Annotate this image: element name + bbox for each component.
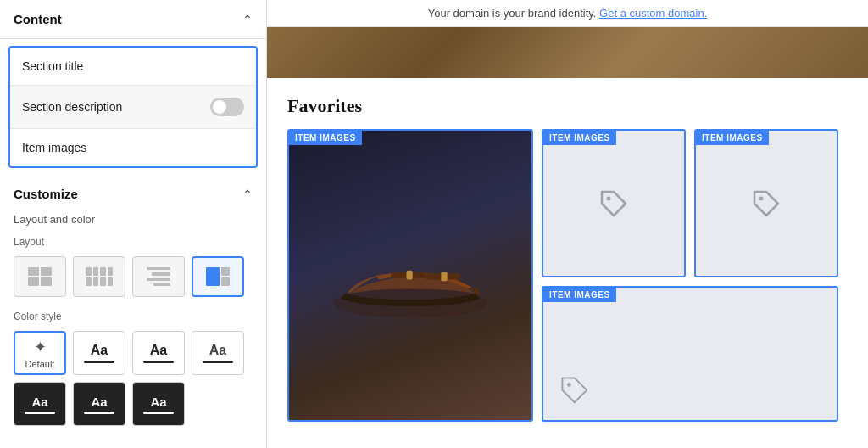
layout-sub-label: Layout — [0, 229, 266, 253]
section-description-item[interactable]: Section description — [10, 86, 256, 129]
layout-color-label: Layout and color — [0, 208, 266, 229]
color-default-button[interactable]: ✦ Default — [14, 331, 66, 375]
svg-rect-4 — [441, 272, 447, 281]
content-header-title: Content — [14, 12, 62, 26]
color-dark2-bar — [84, 412, 114, 414]
color-dark1-bar — [25, 412, 55, 414]
items-grid: ITEM IMAGES — [287, 129, 848, 422]
item-images-item[interactable]: Item images — [10, 129, 256, 166]
color-light2-button[interactable]: Aa — [132, 331, 185, 375]
color-light3-button[interactable]: Aa — [192, 331, 244, 375]
section-description-toggle[interactable] — [210, 98, 244, 116]
toggle-track — [210, 98, 244, 116]
tag-icon-2 — [597, 187, 631, 221]
content-section-header: Content ⌃ — [0, 0, 266, 39]
customize-header-title: Customize — [14, 187, 78, 201]
svg-rect-2 — [406, 270, 412, 279]
layout-4col-button[interactable] — [73, 256, 125, 297]
layout-featured-button[interactable] — [192, 256, 244, 297]
toggle-thumb — [213, 100, 226, 114]
item-images-badge-featured: ITEM IMAGES — [289, 131, 362, 145]
layout-2col-icon — [28, 267, 52, 286]
preview-content: Favorites ITEM IMAGES — [267, 78, 868, 448]
right-panel: Your domain is your brand identity. Get … — [267, 0, 868, 448]
color-dark3-aa: Aa — [150, 395, 166, 409]
shoe-image — [289, 131, 531, 420]
svg-point-7 — [567, 383, 571, 387]
layout-list-button[interactable] — [132, 256, 185, 297]
top-bar: Your domain is your brand identity. Get … — [267, 0, 868, 27]
content-items-list: Section title Section description Item i… — [8, 46, 258, 168]
color-light1-aa: Aa — [91, 343, 108, 358]
custom-domain-link[interactable]: Get a custom domain. — [599, 7, 707, 20]
color-style-options: ✦ Default Aa Aa Aa — [0, 328, 266, 382]
item-card-top-right-2: ITEM IMAGES — [694, 129, 838, 277]
left-panel: Content ⌃ Section title Section descript… — [0, 0, 267, 448]
color-dark2-button[interactable]: Aa — [73, 382, 125, 426]
color-dark1-button[interactable]: Aa — [14, 382, 66, 426]
sparkle-icon: ✦ — [34, 338, 47, 356]
color-dark3-button[interactable]: Aa — [132, 382, 185, 426]
item-images-badge-2: ITEM IMAGES — [543, 131, 616, 145]
color-dark2-aa: Aa — [91, 395, 107, 409]
customize-collapse-icon[interactable]: ⌃ — [242, 188, 253, 201]
layout-featured-icon — [206, 267, 230, 286]
customize-section-header: Customize ⌃ — [0, 175, 266, 208]
shoe-svg — [326, 225, 495, 327]
item-card-inner-4 — [543, 288, 837, 420]
item-card-inner-3 — [696, 131, 837, 276]
favorites-title: Favorites — [287, 95, 848, 117]
color-default-label: Default — [25, 359, 55, 369]
color-style-label: Color style — [0, 304, 266, 328]
svg-point-5 — [607, 196, 611, 200]
preview-wood-background — [267, 27, 868, 78]
content-collapse-icon[interactable]: ⌃ — [242, 13, 253, 26]
item-card-top-right-1: ITEM IMAGES — [542, 129, 686, 277]
color-dark1-aa: Aa — [31, 395, 47, 409]
item-card-featured: ITEM IMAGES — [287, 129, 533, 422]
layout-2col-button[interactable] — [14, 256, 66, 297]
tag-icon-4 — [557, 372, 591, 406]
layout-4col-icon — [86, 267, 113, 286]
color-dark3-bar — [143, 412, 174, 414]
layout-list-icon — [147, 267, 170, 286]
preview-area: Favorites ITEM IMAGES — [267, 27, 868, 448]
tag-icon-3 — [749, 187, 783, 221]
layout-options — [0, 253, 266, 304]
item-images-badge-3: ITEM IMAGES — [696, 131, 769, 145]
svg-point-6 — [760, 196, 764, 200]
section-title-item[interactable]: Section title — [10, 48, 256, 86]
color-light1-bar — [84, 361, 114, 363]
item-images-badge-4: ITEM IMAGES — [543, 288, 616, 302]
top-bar-text: Your domain is your brand identity. — [428, 7, 597, 20]
item-card-inner-2 — [543, 131, 684, 276]
color-light2-bar — [143, 361, 174, 363]
item-card-bottom-right: ITEM IMAGES — [542, 286, 838, 422]
color-light2-aa: Aa — [150, 343, 167, 358]
color-light3-bar — [203, 361, 233, 363]
color-light1-button[interactable]: Aa — [73, 331, 125, 375]
color-light3-aa: Aa — [209, 343, 226, 358]
color-style-options-row2: Aa Aa Aa — [0, 382, 266, 433]
